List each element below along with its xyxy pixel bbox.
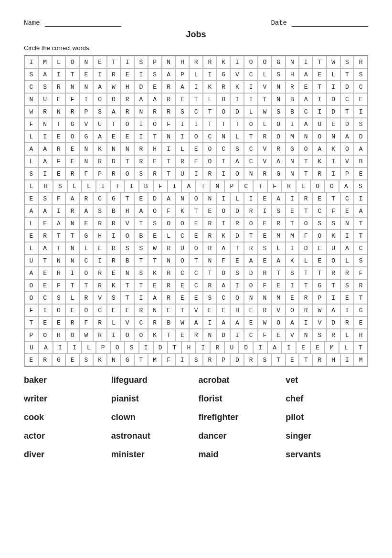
grid-cell: E xyxy=(340,205,354,217)
grid-cell: T xyxy=(65,279,79,292)
grid-cell: V xyxy=(230,68,244,81)
grid-cell: A xyxy=(24,267,38,279)
grid-cell: R xyxy=(107,242,121,254)
grid-cell: C xyxy=(175,267,189,279)
grid-cell: I xyxy=(217,192,231,205)
grid-cell: A xyxy=(107,105,121,118)
grid-cell: S xyxy=(258,354,272,366)
grid-cell: A xyxy=(272,254,286,267)
grid-cell: F xyxy=(162,118,176,130)
grid-cell: T xyxy=(340,105,354,118)
grid-cell: T xyxy=(107,56,121,68)
word-item: vet xyxy=(286,375,368,385)
grid-cell: F xyxy=(258,329,272,341)
grid-cell: K xyxy=(217,56,231,68)
grid-cell: R xyxy=(258,304,272,316)
grid-row: OEFTTRKTTERECRAIOFEITGTSR xyxy=(24,279,368,292)
grid-cell: D xyxy=(340,81,354,93)
grid-cell: L xyxy=(107,316,121,329)
grid-cell: R xyxy=(258,168,272,180)
grid-cell: S xyxy=(313,329,327,341)
grid-cell: I xyxy=(93,68,107,81)
grid-cell: T xyxy=(148,254,162,267)
grid-cell: N xyxy=(286,56,299,68)
grid-cell: R xyxy=(107,217,121,230)
grid-cell: I xyxy=(189,118,203,130)
grid-cell: C xyxy=(354,242,368,254)
grid-cell: T xyxy=(244,230,258,242)
grid-cell: I xyxy=(244,192,258,205)
word-item: maid xyxy=(199,450,281,460)
grid-cell: E xyxy=(354,316,368,329)
grid-cell: O xyxy=(189,130,203,143)
grid-row: POROWRIOOKTERNDICFEVNSRLR xyxy=(24,329,368,341)
grid-cell: G xyxy=(107,192,121,205)
grid-cell: C xyxy=(217,292,231,304)
grid-cell: G xyxy=(354,304,368,316)
grid-cell: I xyxy=(67,341,82,354)
grid-cell: I xyxy=(327,155,340,168)
grid-cell: S xyxy=(134,56,148,68)
grid-cell: I xyxy=(230,56,244,68)
grid-cell: E xyxy=(24,354,38,366)
grid-cell: N xyxy=(286,168,299,180)
grid-cell: B xyxy=(139,180,153,192)
grid-cell: S xyxy=(230,267,244,279)
grid-cell: U xyxy=(175,168,189,180)
grid-cell: I xyxy=(96,180,110,192)
grid-row: TEERFRLVCRBWAIAAEWOAIVDRE xyxy=(24,316,368,329)
grid-cell: O xyxy=(65,56,79,68)
grid-cell: G xyxy=(79,130,93,143)
grid-cell: O xyxy=(93,93,107,105)
grid-cell: F xyxy=(354,267,368,279)
grid-cell: I xyxy=(189,168,203,180)
grid-row: AARENKNNRHILEOCSCVRGOAKOA xyxy=(24,143,368,155)
grid-cell: T xyxy=(354,292,368,304)
grid-cell: L xyxy=(162,230,176,242)
grid-cell: P xyxy=(96,341,110,354)
grid-cell: I xyxy=(203,68,217,81)
grid-cell: O xyxy=(65,329,79,341)
grid-row: SIERFPROSRTUIRIONRGNTRIPE xyxy=(24,168,368,180)
grid-cell: I xyxy=(189,81,203,93)
grid-cell: T xyxy=(175,304,189,316)
grid-cell: A xyxy=(38,242,52,254)
grid-cell: V xyxy=(286,329,299,341)
grid-cell: E xyxy=(310,341,325,354)
grid-cell: E xyxy=(313,68,327,81)
grid-cell: F xyxy=(267,180,282,192)
grid-cell: A xyxy=(339,180,353,192)
grid-cell: R xyxy=(162,105,176,118)
grid-cell: R xyxy=(52,81,66,93)
grid-cell: O xyxy=(272,130,286,143)
grid-cell: B xyxy=(286,105,299,118)
grid-cell: V xyxy=(120,217,134,230)
word-item: firefighter xyxy=(199,412,281,422)
grid-cell: I xyxy=(196,341,210,354)
grid-cell: S xyxy=(93,205,107,217)
grid-cell: E xyxy=(93,56,107,68)
grid-cell: T xyxy=(162,168,176,180)
grid-cell: E xyxy=(313,242,327,254)
grid-cell: T xyxy=(134,254,148,267)
grid-cell: L xyxy=(24,217,38,230)
grid-cell: E xyxy=(258,230,272,242)
grid-cell: R xyxy=(217,81,231,93)
grid-cell: R xyxy=(189,56,203,68)
grid-cell: E xyxy=(327,118,340,130)
grid-cell: E xyxy=(148,230,162,242)
grid-cell: R xyxy=(162,81,176,93)
grid-cell: K xyxy=(327,230,340,242)
grid-cell: M xyxy=(354,354,368,366)
grid-cell: A xyxy=(189,316,203,329)
grid-cell: G xyxy=(313,279,327,292)
grid-cell: N xyxy=(272,81,286,93)
grid-cell: R xyxy=(39,180,53,192)
grid-cell: R xyxy=(162,292,176,304)
grid-cell: S xyxy=(134,168,148,180)
grid-cell: E xyxy=(148,279,162,292)
grid-cell: O xyxy=(120,118,134,130)
grid-cell: R xyxy=(134,304,148,316)
grid-cell: E xyxy=(189,217,203,230)
grid-cell: A xyxy=(327,304,340,316)
